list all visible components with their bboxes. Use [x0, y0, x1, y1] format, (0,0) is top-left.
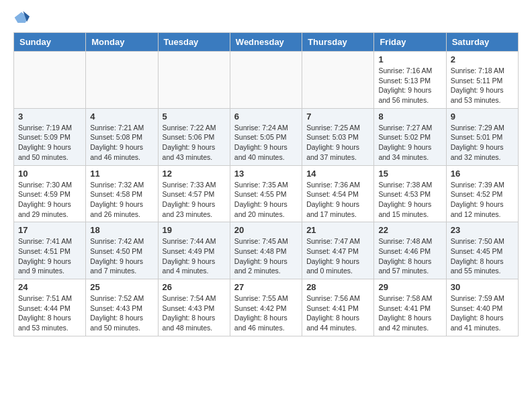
- day-info: Sunrise: 7:33 AM Sunset: 4:57 PM Dayligh…: [163, 180, 226, 220]
- day-number: 1: [378, 54, 441, 64]
- calendar-cell: 4Sunrise: 7:21 AM Sunset: 5:08 PM Daylig…: [86, 108, 158, 165]
- day-info: Sunrise: 7:38 AM Sunset: 4:53 PM Dayligh…: [378, 180, 441, 220]
- calendar-cell: 17Sunrise: 7:41 AM Sunset: 4:51 PM Dayli…: [14, 222, 86, 279]
- day-number: 14: [306, 169, 369, 179]
- day-number: 11: [90, 169, 153, 179]
- day-info: Sunrise: 7:25 AM Sunset: 5:03 PM Dayligh…: [306, 123, 369, 163]
- calendar-cell: [158, 52, 230, 109]
- calendar-cell: 9Sunrise: 7:29 AM Sunset: 5:01 PM Daylig…: [446, 108, 518, 165]
- col-header-friday: Friday: [374, 33, 446, 52]
- calendar-cell: 21Sunrise: 7:47 AM Sunset: 4:47 PM Dayli…: [302, 222, 374, 279]
- col-header-tuesday: Tuesday: [158, 33, 230, 52]
- calendar-cell: 22Sunrise: 7:48 AM Sunset: 4:46 PM Dayli…: [374, 222, 446, 279]
- day-number: 18: [90, 225, 153, 235]
- day-info: Sunrise: 7:18 AM Sunset: 5:11 PM Dayligh…: [451, 66, 514, 105]
- col-header-thursday: Thursday: [302, 33, 374, 52]
- day-number: 7: [306, 111, 369, 122]
- day-number: 16: [451, 169, 514, 179]
- calendar-cell: [302, 52, 374, 109]
- day-info: Sunrise: 7:16 AM Sunset: 5:13 PM Dayligh…: [378, 66, 441, 105]
- day-info: Sunrise: 7:56 AM Sunset: 4:41 PM Dayligh…: [306, 293, 369, 333]
- day-info: Sunrise: 7:22 AM Sunset: 5:06 PM Dayligh…: [163, 123, 226, 163]
- calendar-header: SundayMondayTuesdayWednesdayThursdayFrid…: [14, 33, 519, 52]
- calendar-cell: 16Sunrise: 7:39 AM Sunset: 4:52 PM Dayli…: [446, 165, 518, 222]
- day-info: Sunrise: 7:19 AM Sunset: 5:09 PM Dayligh…: [18, 123, 81, 163]
- calendar-cell: 27Sunrise: 7:55 AM Sunset: 4:42 PM Dayli…: [230, 279, 302, 336]
- day-info: Sunrise: 7:55 AM Sunset: 4:42 PM Dayligh…: [234, 293, 298, 333]
- page-container: SundayMondayTuesdayWednesdayThursdayFrid…: [0, 0, 532, 347]
- calendar-body: 1Sunrise: 7:16 AM Sunset: 5:13 PM Daylig…: [14, 52, 519, 336]
- day-number: 17: [18, 225, 81, 235]
- day-number: 27: [234, 282, 298, 292]
- day-info: Sunrise: 7:59 AM Sunset: 4:40 PM Dayligh…: [451, 293, 514, 333]
- calendar-cell: 10Sunrise: 7:30 AM Sunset: 4:59 PM Dayli…: [14, 165, 86, 222]
- calendar-cell: 19Sunrise: 7:44 AM Sunset: 4:49 PM Dayli…: [158, 222, 230, 279]
- calendar-cell: 15Sunrise: 7:38 AM Sunset: 4:53 PM Dayli…: [374, 165, 446, 222]
- calendar-cell: 26Sunrise: 7:54 AM Sunset: 4:43 PM Dayli…: [158, 279, 230, 336]
- day-number: 28: [306, 282, 369, 292]
- calendar-cell: 6Sunrise: 7:24 AM Sunset: 5:05 PM Daylig…: [230, 108, 302, 165]
- col-header-wednesday: Wednesday: [230, 33, 302, 52]
- day-number: 26: [163, 282, 226, 292]
- calendar-cell: 13Sunrise: 7:35 AM Sunset: 4:55 PM Dayli…: [230, 165, 302, 222]
- day-number: 19: [163, 225, 226, 235]
- day-number: 9: [451, 111, 514, 122]
- day-number: 3: [18, 111, 81, 122]
- calendar-cell: [14, 52, 86, 109]
- calendar-cell: 12Sunrise: 7:33 AM Sunset: 4:57 PM Dayli…: [158, 165, 230, 222]
- week-row-4: 17Sunrise: 7:41 AM Sunset: 4:51 PM Dayli…: [14, 222, 519, 279]
- day-info: Sunrise: 7:44 AM Sunset: 4:49 PM Dayligh…: [163, 236, 226, 276]
- day-info: Sunrise: 7:39 AM Sunset: 4:52 PM Dayligh…: [451, 180, 514, 220]
- col-header-sunday: Sunday: [14, 33, 86, 52]
- day-info: Sunrise: 7:48 AM Sunset: 4:46 PM Dayligh…: [378, 236, 441, 276]
- day-number: 12: [163, 169, 226, 179]
- week-row-3: 10Sunrise: 7:30 AM Sunset: 4:59 PM Dayli…: [14, 165, 519, 222]
- logo-icon: [13, 11, 30, 24]
- calendar-cell: 24Sunrise: 7:51 AM Sunset: 4:44 PM Dayli…: [14, 279, 86, 336]
- calendar-cell: 5Sunrise: 7:22 AM Sunset: 5:06 PM Daylig…: [158, 108, 230, 165]
- day-number: 24: [18, 282, 81, 292]
- day-info: Sunrise: 7:29 AM Sunset: 5:01 PM Dayligh…: [451, 123, 514, 163]
- day-info: Sunrise: 7:50 AM Sunset: 4:45 PM Dayligh…: [451, 236, 514, 276]
- day-number: 4: [90, 111, 153, 122]
- day-number: 2: [451, 54, 514, 64]
- day-number: 13: [234, 169, 298, 179]
- day-number: 8: [378, 111, 441, 122]
- week-row-1: 1Sunrise: 7:16 AM Sunset: 5:13 PM Daylig…: [14, 52, 519, 109]
- day-number: 30: [451, 282, 514, 292]
- calendar-cell: 1Sunrise: 7:16 AM Sunset: 5:13 PM Daylig…: [374, 52, 446, 109]
- logo: [13, 11, 32, 24]
- day-number: 25: [90, 282, 153, 292]
- week-row-5: 24Sunrise: 7:51 AM Sunset: 4:44 PM Dayli…: [14, 279, 519, 336]
- day-info: Sunrise: 7:52 AM Sunset: 4:43 PM Dayligh…: [90, 293, 153, 333]
- day-number: 15: [378, 169, 441, 179]
- calendar-cell: 3Sunrise: 7:19 AM Sunset: 5:09 PM Daylig…: [14, 108, 86, 165]
- calendar-cell: 2Sunrise: 7:18 AM Sunset: 5:11 PM Daylig…: [446, 52, 518, 109]
- day-number: 29: [378, 282, 441, 292]
- day-info: Sunrise: 7:45 AM Sunset: 4:48 PM Dayligh…: [234, 236, 298, 276]
- day-number: 5: [163, 111, 226, 122]
- header-row: SundayMondayTuesdayWednesdayThursdayFrid…: [14, 33, 519, 52]
- day-info: Sunrise: 7:58 AM Sunset: 4:41 PM Dayligh…: [378, 293, 441, 333]
- day-info: Sunrise: 7:21 AM Sunset: 5:08 PM Dayligh…: [90, 123, 153, 163]
- day-number: 22: [378, 225, 441, 235]
- calendar-cell: 8Sunrise: 7:27 AM Sunset: 5:02 PM Daylig…: [374, 108, 446, 165]
- day-number: 10: [18, 169, 81, 179]
- calendar-table: SundayMondayTuesdayWednesdayThursdayFrid…: [13, 32, 519, 336]
- calendar-cell: [86, 52, 158, 109]
- day-number: 21: [306, 225, 369, 235]
- calendar-cell: 30Sunrise: 7:59 AM Sunset: 4:40 PM Dayli…: [446, 279, 518, 336]
- day-number: 20: [234, 225, 298, 235]
- day-info: Sunrise: 7:36 AM Sunset: 4:54 PM Dayligh…: [306, 180, 369, 220]
- calendar-cell: 11Sunrise: 7:32 AM Sunset: 4:58 PM Dayli…: [86, 165, 158, 222]
- day-info: Sunrise: 7:47 AM Sunset: 4:47 PM Dayligh…: [306, 236, 369, 276]
- calendar-cell: [230, 52, 302, 109]
- day-info: Sunrise: 7:30 AM Sunset: 4:59 PM Dayligh…: [18, 180, 81, 220]
- day-info: Sunrise: 7:27 AM Sunset: 5:02 PM Dayligh…: [378, 123, 441, 163]
- day-info: Sunrise: 7:54 AM Sunset: 4:43 PM Dayligh…: [163, 293, 226, 333]
- day-info: Sunrise: 7:51 AM Sunset: 4:44 PM Dayligh…: [18, 293, 81, 333]
- col-header-saturday: Saturday: [446, 33, 518, 52]
- col-header-monday: Monday: [86, 33, 158, 52]
- day-info: Sunrise: 7:35 AM Sunset: 4:55 PM Dayligh…: [234, 180, 298, 220]
- calendar-cell: 7Sunrise: 7:25 AM Sunset: 5:03 PM Daylig…: [302, 108, 374, 165]
